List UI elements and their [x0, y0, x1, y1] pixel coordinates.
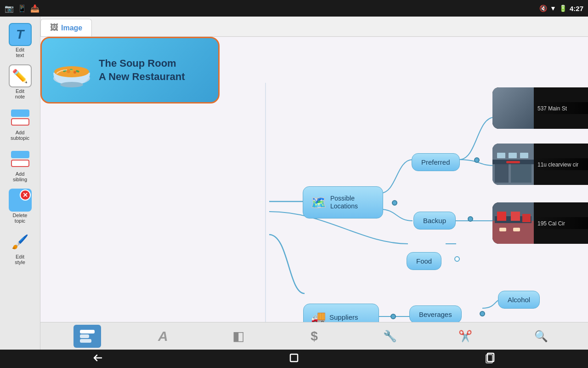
- left-toolbar: T Edit text ✏️ Editnote Addsubtopic Adds…: [0, 17, 40, 350]
- conn-dot-food: [454, 256, 460, 262]
- wrench-icon: 🔧: [383, 330, 397, 343]
- tab-bar: 🖼 Image: [40, 17, 588, 37]
- alcohol-text: Alcohol: [508, 296, 530, 304]
- back-button[interactable]: [79, 350, 117, 368]
- svg-rect-11: [495, 164, 509, 183]
- scissors-tool-btn[interactable]: ✂️: [452, 325, 479, 348]
- image-tab[interactable]: 🖼 Image: [40, 19, 92, 36]
- image-node-3[interactable]: 195 Cal Cir: [492, 202, 588, 244]
- delete-topic-icon: ✕: [9, 189, 32, 212]
- add-sibling-icon: [9, 147, 32, 170]
- clock: 4:27: [570, 5, 583, 12]
- image-3-content: 195 Cal Cir: [534, 217, 588, 229]
- edit-text-label: Edit text: [16, 47, 24, 58]
- preferred-text: Preferred: [421, 158, 450, 166]
- search-tool-btn[interactable]: 🔍: [527, 325, 555, 348]
- notification-icon-3: 📥: [30, 4, 40, 13]
- backup-node[interactable]: Backup: [413, 212, 456, 230]
- svg-rect-18: [492, 221, 534, 244]
- add-subtopic-tool[interactable]: Addsubtopic: [2, 103, 39, 144]
- svg-rect-24: [513, 228, 520, 231]
- svg-rect-21: [511, 212, 520, 221]
- food-text: Food: [416, 257, 432, 265]
- battery-icon: 🔋: [559, 5, 567, 12]
- edit-text-tool[interactable]: T Edit text: [2, 20, 39, 61]
- home-icon: [288, 352, 300, 363]
- svg-rect-22: [522, 214, 531, 222]
- alcohol-node[interactable]: Alcohol: [498, 291, 540, 309]
- conn-dot-preferred: [474, 157, 480, 163]
- mindmap-tool-btn[interactable]: [74, 325, 101, 348]
- beverages-node[interactable]: Beverages: [409, 305, 462, 322]
- notification-icon-1: 📷: [5, 4, 14, 13]
- svg-rect-26: [80, 334, 89, 338]
- street-thumb-1: [492, 87, 534, 129]
- edit-note-icon: ✏️: [9, 64, 32, 87]
- map-icon: 🗺️: [311, 195, 327, 210]
- food-node[interactable]: Food: [407, 252, 441, 270]
- svg-rect-14: [509, 153, 517, 158]
- conn-dot-suppliers: [390, 314, 396, 319]
- tab-label: Image: [61, 24, 82, 32]
- svg-rect-15: [520, 153, 528, 158]
- svg-rect-23: [499, 228, 506, 231]
- content-area: 🖼 Image: [40, 17, 588, 350]
- settings-tool-btn[interactable]: 🔧: [376, 325, 404, 348]
- image-node-1[interactable]: 537 Main St: [492, 87, 588, 129]
- svg-rect-28: [290, 354, 298, 362]
- mindmap-icon: [79, 328, 96, 345]
- central-node[interactable]: The Soup Room A New Restaurant: [40, 37, 220, 104]
- svg-rect-27: [80, 339, 91, 343]
- paint-icon: 🖌️: [9, 230, 32, 253]
- svg-rect-20: [497, 212, 506, 221]
- font-tool-btn[interactable]: A: [149, 325, 177, 348]
- android-nav-bar: [0, 350, 588, 368]
- suppliers-node[interactable]: 🚚 Suppliers: [303, 304, 379, 322]
- status-right: 🔇 ▼ 🔋 4:27: [539, 5, 583, 12]
- tab-icon: 🖼: [50, 23, 58, 33]
- svg-point-2: [67, 69, 70, 73]
- svg-point-8: [60, 82, 83, 87]
- scissors-icon: ✂️: [458, 330, 472, 343]
- edit-note-tool[interactable]: ✏️ Editnote: [2, 62, 39, 102]
- delete-x-icon: ✕: [20, 190, 31, 201]
- recents-button[interactable]: [471, 350, 509, 368]
- search-icon: 🔍: [534, 330, 548, 343]
- svg-rect-13: [497, 153, 505, 158]
- add-sibling-tool[interactable]: Addsibling: [2, 144, 39, 185]
- edit-style-label: Editstyle: [15, 254, 25, 265]
- svg-rect-25: [80, 330, 95, 334]
- beverages-text: Beverages: [419, 310, 452, 318]
- image-node-2[interactable]: 11u clearview cir: [492, 144, 588, 185]
- home-button[interactable]: [275, 350, 313, 368]
- conn-dot-backup: [468, 216, 473, 222]
- street-thumb-2: [492, 144, 534, 185]
- dollar-tool-btn[interactable]: $: [300, 325, 328, 348]
- wifi-icon: ▼: [550, 5, 556, 12]
- add-sibling-label: Addsibling: [13, 171, 27, 182]
- notification-icon-2: 📱: [17, 4, 27, 13]
- backup-text: Backup: [423, 217, 446, 224]
- truck-icon: 🚚: [311, 310, 326, 322]
- suppliers-text: Suppliers: [329, 313, 358, 321]
- back-icon: [92, 352, 103, 363]
- delete-topic-tool[interactable]: ✕ Deletetopic: [2, 186, 39, 226]
- add-subtopic-icon: [9, 106, 32, 129]
- soup-bowl-icon: [51, 50, 92, 91]
- svg-rect-12: [511, 164, 531, 183]
- edit-text-icon: T: [9, 23, 32, 46]
- style-icon: ◧: [232, 328, 244, 344]
- mindmap-canvas[interactable]: The Soup Room A New Restaurant 🗺️ Possib…: [40, 37, 588, 322]
- bottom-toolbar: A ◧ $ 🔧 ✂️ 🔍: [40, 322, 588, 350]
- edit-note-label: Editnote: [15, 88, 25, 99]
- street-thumb-3: [492, 202, 534, 244]
- possible-locations-node[interactable]: 🗺️ PossibleLocations: [303, 186, 383, 218]
- delete-topic-label: Deletetopic: [13, 213, 28, 224]
- image-2-text: 11u clearview cir: [537, 161, 578, 168]
- style-tool-btn[interactable]: ◧: [225, 325, 252, 348]
- image-1-text: 537 Main St: [537, 105, 567, 112]
- preferred-node[interactable]: Preferred: [412, 153, 460, 171]
- svg-point-7: [70, 69, 73, 70]
- edit-style-tool[interactable]: 🖌️ Editstyle: [2, 227, 39, 268]
- conn-dot-locations: [392, 200, 397, 206]
